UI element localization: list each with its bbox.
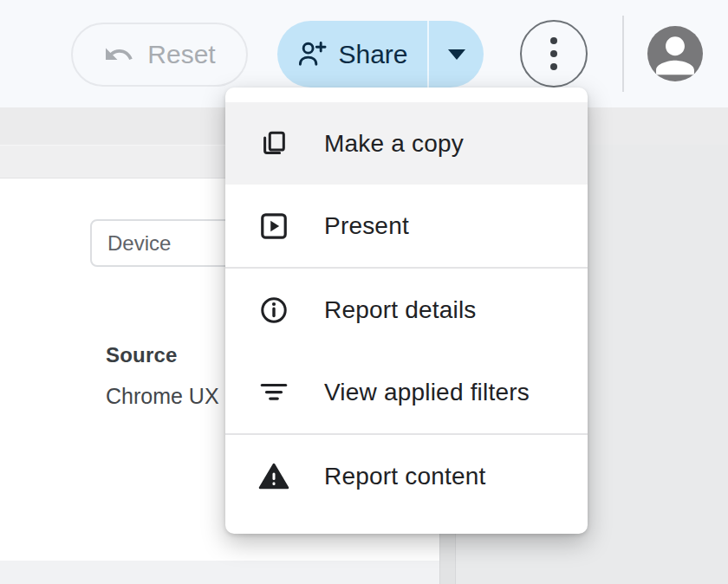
menu-item-view-applied-filters[interactable]: View applied filters [225,351,588,433]
warning-icon [258,461,289,492]
page-right-gutter [439,534,456,584]
device-filter-label: Device [107,231,171,256]
more-options-button[interactable] [520,20,588,88]
reset-button[interactable]: Reset [71,23,248,87]
toolbar-divider [622,16,624,92]
reset-button-label: Reset [147,40,215,69]
page-bottom-gutter [0,561,439,584]
looker-studio-report-view: Reset Share [0,0,728,584]
person-icon [648,28,702,81]
undo-icon [103,39,134,70]
menu-item-label: Make a copy [324,130,464,158]
share-button[interactable]: Share [277,21,427,88]
source-value: Chrome UX R [106,384,241,409]
share-dropdown-button[interactable] [429,21,484,88]
menu-item-label: View applied filters [324,379,530,406]
device-filter-dropdown[interactable]: Device [90,219,243,267]
menu-item-label: Report content [324,463,485,490]
share-split-button: Share [277,21,484,88]
more-vert-icon [550,37,557,44]
source-heading: Source [106,343,178,367]
caret-down-icon [448,49,465,60]
menu-item-make-a-copy[interactable]: Make a copy [225,102,588,185]
copy-icon [258,128,289,159]
info-icon [258,295,289,326]
share-button-label: Share [338,40,407,69]
menu-item-label: Present [324,212,409,240]
menu-item-report-content[interactable]: Report content [225,435,588,517]
person-add-icon [296,39,327,69]
more-options-menu: Make a copy Present Report details [225,88,588,534]
filter-icon [258,377,289,408]
present-icon [258,211,289,242]
menu-item-report-details[interactable]: Report details [225,269,588,351]
menu-item-present[interactable]: Present [225,185,588,267]
avatar[interactable] [647,26,703,81]
menu-item-label: Report details [324,296,477,324]
